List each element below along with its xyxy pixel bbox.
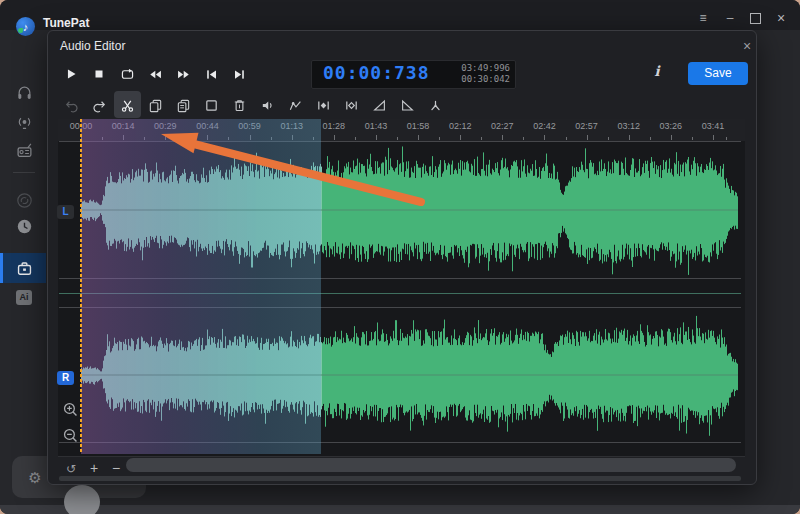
ruler-tick-minor [355, 137, 356, 140]
ruler-label: 02:27 [491, 121, 514, 131]
split-tool-icon [428, 98, 443, 113]
ruler-label: 01:58 [407, 121, 430, 131]
marker-out-icon [344, 98, 359, 113]
dialog-close-button[interactable]: × [738, 37, 756, 55]
envelope-chart-icon [288, 98, 303, 113]
zoom-in-icon [62, 401, 79, 418]
copy-icon [148, 98, 163, 113]
zoom-in-button[interactable] [62, 401, 80, 419]
info-icon[interactable]: i [648, 63, 666, 83]
window-close-button[interactable]: × [772, 10, 790, 26]
stop-button[interactable] [89, 64, 109, 84]
copy-button[interactable] [145, 95, 165, 115]
zoom-minus-button[interactable]: − [108, 459, 124, 477]
ruler-tick-major [587, 135, 588, 140]
toolbox-icon [16, 260, 33, 277]
sidebar-item-history[interactable] [14, 216, 34, 236]
menu-button[interactable]: ≡ [694, 10, 712, 26]
scissors-icon [120, 98, 135, 113]
delete-button[interactable] [229, 95, 249, 115]
ruler-tick-minor [481, 137, 482, 140]
previous-button[interactable] [201, 64, 221, 84]
selection-overlay[interactable] [81, 119, 321, 454]
play-button[interactable] [61, 64, 81, 84]
ruler-tick-major [713, 135, 714, 140]
scrollbar-track-strip[interactable] [59, 476, 741, 481]
redo-button[interactable] [89, 95, 109, 115]
ruler-tick-minor [523, 137, 524, 140]
marker-in-button[interactable] [313, 95, 333, 115]
fade-in-button[interactable] [369, 95, 389, 115]
ruler-tick-major [418, 135, 419, 140]
maximize-button[interactable] [746, 10, 764, 26]
undo-button[interactable] [61, 95, 81, 115]
skip-start-icon [204, 67, 219, 82]
cut-button[interactable] [117, 95, 137, 115]
ruler-tick-minor [726, 137, 727, 140]
loop-button[interactable] [117, 64, 137, 84]
ruler-tick-major [544, 135, 545, 140]
ruler-tick-minor [608, 137, 609, 140]
stop-icon [92, 67, 106, 81]
sidebar-item-ai[interactable]: Ai [16, 290, 32, 305]
ruler-label: 03:26 [660, 121, 683, 131]
volume-button[interactable] [257, 95, 277, 115]
audio-editor-dialog: Audio Editor × 00:00:738 03:49:996 00:30… [47, 30, 757, 485]
clock-icon [16, 218, 33, 235]
ruler-tick-minor [650, 137, 651, 140]
next-button[interactable] [229, 64, 249, 84]
reset-zoom-button[interactable]: ↺ [63, 461, 79, 477]
sidebar-item-radio[interactable] [14, 140, 34, 160]
fade-out-button[interactable] [397, 95, 417, 115]
title-bar [0, 0, 800, 30]
dialog-title: Audio Editor [60, 39, 125, 53]
minimize-button[interactable]: – [721, 10, 739, 26]
horizontal-scrollbar[interactable] [126, 458, 736, 472]
app-title: TunePat [43, 16, 89, 30]
playhead-line[interactable] [80, 119, 82, 454]
selection-duration: 00:30:042 [446, 74, 510, 84]
marker-out-button[interactable] [341, 95, 361, 115]
ruler-label: 03:41 [702, 121, 725, 131]
sidebar-divider [13, 172, 35, 173]
sidebar-active-bar [0, 253, 3, 283]
selection-box-icon [204, 98, 219, 113]
zoom-plus-button[interactable]: + [86, 459, 102, 477]
marker-in-icon [316, 98, 331, 113]
speaker-icon [260, 98, 275, 113]
zoom-out-button[interactable] [62, 427, 80, 445]
paste-icon [176, 98, 191, 113]
ruler-tick-major [671, 135, 672, 140]
ruler-tick-major [376, 135, 377, 140]
undo-icon [64, 98, 79, 113]
radio-icon [16, 142, 33, 159]
envelope-button[interactable] [285, 95, 305, 115]
ruler-tick-minor [397, 137, 398, 140]
channel-right-badge: R [57, 371, 74, 385]
podcast-icon [16, 114, 33, 131]
play-icon [64, 67, 78, 81]
settings-gear-icon[interactable]: ⚙ [26, 469, 44, 487]
fast-forward-icon [176, 67, 191, 82]
loop-icon [120, 67, 135, 82]
ruler-tick-major [460, 135, 461, 140]
ruler-label: 03:12 [617, 121, 640, 131]
ruler-tick-major [334, 135, 335, 140]
sidebar-item-converter[interactable] [14, 190, 34, 210]
sidebar-item-headphones[interactable] [14, 82, 34, 102]
converter-icon [16, 192, 33, 209]
background-circle [64, 485, 100, 514]
trash-icon [232, 98, 247, 113]
select-region-button[interactable] [201, 95, 221, 115]
sidebar-item-toolbox[interactable] [14, 258, 34, 278]
fast-forward-button[interactable] [173, 64, 193, 84]
split-tool-button[interactable] [425, 95, 445, 115]
zoom-out-icon [62, 427, 79, 444]
rewind-button[interactable] [145, 64, 165, 84]
ruler-tick-major [502, 135, 503, 140]
paste-button[interactable] [173, 95, 193, 115]
ruler-tick-major [629, 135, 630, 140]
save-button[interactable]: Save [688, 62, 748, 85]
sidebar-item-podcast[interactable] [14, 112, 34, 132]
ruler-tick-minor [566, 137, 567, 140]
